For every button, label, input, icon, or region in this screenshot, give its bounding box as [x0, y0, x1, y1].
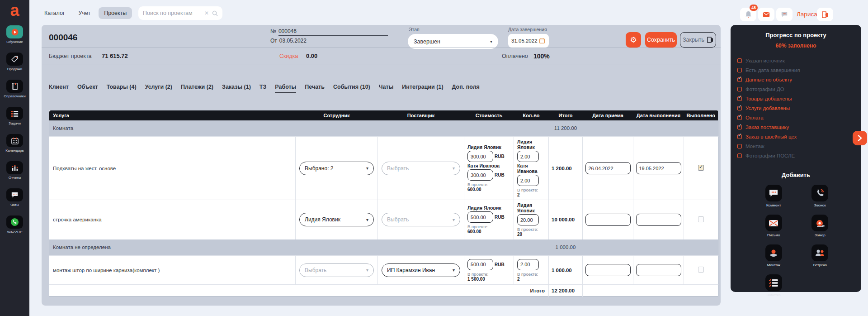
tab-integracii[interactable]: Интеграции (1) — [402, 84, 443, 93]
project-search[interactable]: ✕ — [138, 6, 222, 20]
qty-input[interactable] — [517, 214, 539, 225]
checklist-item-uslugi[interactable]: ✓Услуги добавлены — [737, 103, 861, 113]
nav-item-katalog[interactable]: Каталог — [39, 7, 70, 19]
done-date-input[interactable] — [636, 264, 681, 276]
tab-pechat[interactable]: Печать — [305, 84, 325, 93]
add-meeting-button[interactable]: Встреча — [797, 244, 844, 267]
group-total: 11 200.00 — [549, 120, 583, 137]
supplier-select[interactable]: Выбрать▾ — [382, 162, 460, 175]
search-input[interactable] — [143, 10, 204, 16]
cost-input[interactable] — [467, 259, 493, 270]
chats-button[interactable] — [776, 8, 793, 21]
add-comment-button[interactable]: Коммент — [750, 185, 797, 207]
checklist-item-zakaz-shveyny-ceh[interactable]: ✓Заказ в швейный цех — [737, 132, 861, 141]
sidebar-item-obuchenie[interactable]: Обучение — [0, 23, 29, 50]
checklist-item-istochnik[interactable]: Указан источник — [737, 56, 861, 65]
tab-zakazy[interactable]: Заказы (1) — [222, 84, 251, 93]
nav-item-uchet[interactable]: Учет — [73, 7, 96, 19]
chevron-down-icon: ▾ — [453, 166, 455, 171]
add-section-title: Добавить — [731, 172, 861, 178]
tab-tovary[interactable]: Товары (4) — [107, 84, 137, 93]
tab-tz[interactable]: ТЗ — [259, 84, 266, 93]
search-icon[interactable] — [212, 10, 218, 16]
cost-input[interactable] — [467, 169, 493, 181]
tab-raboty[interactable]: Работы — [275, 84, 296, 93]
qty-input[interactable] — [517, 175, 539, 186]
col-postavshchik: Поставщик — [378, 110, 464, 120]
logout-button[interactable] — [817, 8, 833, 21]
checklist-item-foto-do[interactable]: Фотографии ДО — [737, 84, 861, 94]
tab-uslugi[interactable]: Услуги (2) — [145, 84, 172, 93]
add-letter-button[interactable]: Письмо — [750, 215, 797, 237]
mail-button[interactable] — [758, 8, 774, 21]
checklist-item-zakaz-postavshchiku[interactable]: ✓Заказ поставщику — [737, 122, 861, 132]
project-from-date-field[interactable]: От 03.05.2022 — [270, 38, 388, 45]
tab-platezhi[interactable]: Платежи (2) — [181, 84, 213, 93]
notifications-button[interactable]: 48 — [740, 8, 756, 21]
stage-label: Этап — [409, 27, 420, 32]
checklist-item-oplata[interactable]: ✓Оплата — [737, 113, 861, 122]
sidebar-item-otchety[interactable]: Отчеты — [0, 158, 29, 186]
tab-chaty[interactable]: Чаты — [379, 84, 394, 93]
save-button[interactable]: Сохранить — [645, 32, 677, 48]
project-number-value[interactable]: 000046 — [278, 28, 388, 36]
finish-date-input[interactable]: 31.05.2022 — [508, 34, 549, 48]
works-table: Услуга Сотрудник Поставщик Стоимость Кол… — [49, 110, 718, 297]
table-row: строчка американка Лидия Яловик▾ Выбрать… — [49, 200, 718, 239]
project-from-date-value[interactable]: 03.05.2022 — [279, 38, 388, 45]
comment-icon — [765, 185, 782, 201]
tab-dop-polya[interactable]: Доп. поля — [452, 84, 480, 93]
user-name[interactable]: Лариса — [797, 11, 817, 18]
checkbox-icon — [737, 58, 742, 63]
close-button[interactable]: Закрыть — [680, 32, 716, 48]
app-logo[interactable]: a — [0, 0, 29, 23]
install-icon — [765, 244, 782, 261]
done-date-input[interactable] — [636, 162, 681, 174]
expand-panel-button[interactable] — [853, 131, 867, 145]
tab-klient[interactable]: Клиент — [49, 84, 69, 93]
sidebar-item-kalendar[interactable]: Календарь — [0, 131, 29, 158]
done-date-input[interactable] — [636, 214, 681, 226]
tab-obekt[interactable]: Объект — [77, 84, 98, 93]
settings-button[interactable]: ⚙ — [626, 32, 641, 48]
checklist-item-dannye-po-obektu[interactable]: ✓Данные по объекту — [737, 75, 861, 84]
nav-item-proekty[interactable]: Проекты — [99, 7, 132, 19]
discount-label[interactable]: Скидка — [279, 53, 298, 59]
qty-input[interactable] — [517, 151, 539, 162]
qty-input[interactable] — [517, 259, 539, 270]
employee-select[interactable]: Выбрано: 2▾ — [299, 162, 374, 175]
add-install-button[interactable]: Монтаж — [750, 244, 797, 267]
sidebar-item-prodazhi[interactable]: Продажи — [0, 50, 29, 77]
add-call-button[interactable]: Звонок — [797, 185, 844, 207]
sidebar-item-zadachi[interactable]: Задачи — [0, 104, 29, 131]
cost-input[interactable] — [467, 151, 493, 162]
done-checkbox[interactable] — [698, 267, 704, 273]
checklist-item-foto-posle[interactable]: Фотографии ПОСЛЕ — [737, 151, 861, 160]
measure-icon — [811, 215, 828, 231]
employee-select[interactable]: Выбрать▾ — [299, 263, 374, 277]
done-checkbox[interactable]: ✓ — [698, 165, 704, 171]
accept-date-input[interactable] — [585, 264, 631, 276]
add-measure-button[interactable]: Замер — [797, 215, 844, 237]
sidebar-item-chaty[interactable]: Чаты — [0, 186, 29, 213]
checklist-item-data-zaversheniya[interactable]: Есть дата завершения — [737, 65, 861, 75]
done-checkbox[interactable] — [698, 216, 704, 222]
cost-input[interactable] — [467, 211, 493, 223]
project-number-field[interactable]: № 000046 — [270, 28, 388, 36]
supplier-select[interactable]: ИП Карамзин Иван▾ — [382, 263, 460, 277]
employee-select[interactable]: Лидия Яловик▾ — [299, 213, 374, 226]
tab-sobytiya[interactable]: События (10) — [333, 84, 370, 93]
accept-date-input[interactable] — [585, 214, 631, 226]
clear-search-icon[interactable]: ✕ — [204, 10, 209, 16]
progress-title: Прогресс по проекту — [731, 25, 861, 38]
divider — [42, 64, 721, 64]
checklist-item-montazh[interactable]: Монтаж — [737, 141, 861, 151]
chart-icon — [6, 161, 23, 174]
accept-date-input[interactable] — [585, 162, 631, 174]
sidebar-item-spravochniki[interactable]: Справочники — [0, 77, 29, 104]
checklist-item-tovary[interactable]: ✓Товары добавлены — [737, 94, 861, 103]
supplier-select[interactable]: Выбрать▾ — [382, 213, 460, 226]
add-note-button[interactable]: Заметка — [750, 274, 797, 297]
stage-select[interactable]: Завершен ▾ — [408, 34, 498, 49]
sidebar-item-wazzup[interactable]: WAZZUP — [0, 213, 29, 240]
